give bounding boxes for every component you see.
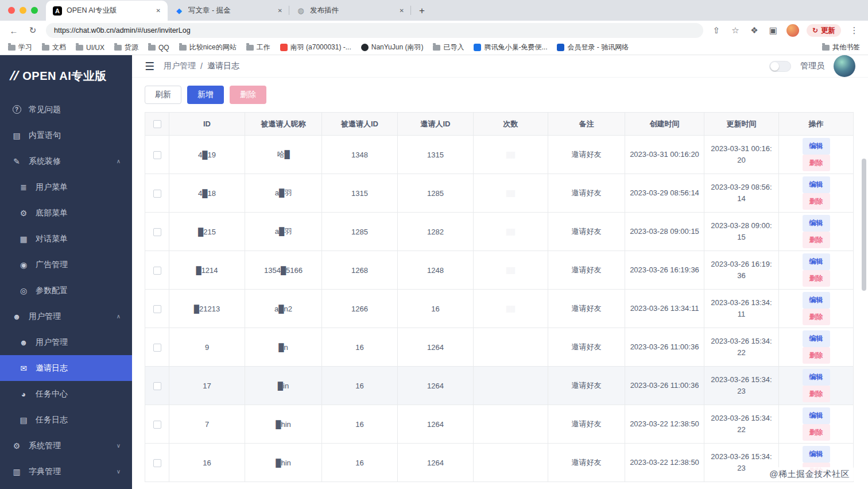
sidebar-item-常见问题[interactable]: ? 常见问题 [0,97,132,122]
new-tab-button[interactable]: + [414,3,429,18]
tab-title: 写文章 - 掘金 [188,6,272,16]
bookmark-item[interactable]: QQ [148,44,169,52]
pie-icon: ◕ [18,390,29,399]
browser-tab[interactable]: ◍ 发布插件 ✕ [289,1,411,21]
browser-tabs: A OPEN AI专业版 ✕ ◆ 写文章 - 掘金 ✕ ◍ 发布插件 ✕ [46,0,411,21]
sidebar-item-对话菜单[interactable]: ▦ 对话菜单 [0,226,132,252]
delete-button[interactable]: 删除 [803,424,830,441]
maximize-window-button[interactable] [31,7,38,14]
sidebar-item-任务管理[interactable]: ▧ 任务管理 ∨ [0,484,132,489]
sidebar-item-用户管理[interactable]: ☻ 用户管理 ∧ [0,303,132,329]
bookmark-item[interactable]: 腾讯兔小巢-免费便... [474,43,547,52]
delete-button[interactable]: 删除 [803,309,830,325]
tab-close-icon[interactable]: ✕ [155,6,162,15]
bookmark-item[interactable]: 工作 [246,43,270,52]
row-checkbox[interactable] [153,190,161,198]
row-checkbox[interactable] [153,382,161,390]
refresh-button[interactable]: 刷新 [145,86,181,104]
bookmark-item[interactable]: 会员登录 - 驰讯网络 [557,43,629,52]
sidebar-item-用户菜单[interactable]: ≣ 用户菜单 [0,174,132,200]
reload-icon[interactable]: ↻ [27,25,38,36]
gear-icon: ⚙ [18,209,29,218]
avatar[interactable] [834,55,855,77]
breadcrumb-parent[interactable]: 用户管理 [164,61,196,71]
edit-button[interactable]: 编辑 [803,215,830,232]
sidebar-item-系统装修[interactable]: ✎ 系统装修 ∧ [0,148,132,174]
bookmark-label: 比较nice的网站 [189,43,237,52]
row-checkbox[interactable] [153,267,161,275]
browser-profile-avatar[interactable] [786,24,799,37]
bookmark-item[interactable]: 比较nice的网站 [179,43,237,52]
sidebar-item-label: 用户管理 [29,311,110,322]
back-icon[interactable]: ← [8,26,20,36]
delete-button[interactable]: 删除 [803,193,830,210]
sidebar-item-用户管理[interactable]: ☻ 用户管理 [0,329,132,355]
tab-close-icon[interactable]: ✕ [398,6,405,15]
bookmark-item[interactable]: 南羽 (a7000031) -... [280,43,351,52]
bookmark-item[interactable]: 货源 [114,43,138,52]
theme-toggle[interactable] [769,61,791,72]
sidebar-item-内置语句[interactable]: ▤ 内置语句 [0,122,132,148]
edit-button[interactable]: 编辑 [803,369,830,386]
delete-button[interactable]: 删除 [803,386,830,402]
delete-button[interactable]: 删除 [803,347,830,364]
cell-created-time: 2023-03-28 09:00:15 [625,213,704,251]
sidebar-item-任务中心[interactable]: ◕ 任务中心 [0,381,132,407]
sidebar-item-字典管理[interactable]: ▥ 字典管理 ∨ [0,459,132,484]
edit-button[interactable]: 编辑 [803,253,830,270]
delete-button[interactable]: 删除 [230,86,266,104]
sidebar-item-底部菜单[interactable]: ⚙ 底部菜单 [0,200,132,226]
edit-button[interactable]: 编辑 [803,292,830,309]
edit-button[interactable]: 编辑 [803,330,830,347]
delete-button[interactable]: 删除 [803,270,830,287]
kebab-menu-icon[interactable]: ⋮ [848,25,860,36]
table-row: 9 █n 16 1264 邀请好友 2023-03-26 11:00:36 20… [145,328,854,367]
row-checkbox[interactable] [153,305,161,313]
scrollbar-thumb[interactable] [862,159,866,291]
sidebar-item-广告管理[interactable]: ◉ 广告管理 [0,252,132,278]
row-checkbox[interactable] [153,421,161,429]
vertical-scrollbar[interactable] [862,124,866,466]
app-logo[interactable]: // OPEN AI专业版 [0,55,132,97]
star-icon[interactable]: ☆ [730,25,741,36]
delete-button[interactable]: 删除 [803,232,830,248]
sidebar-item-邀请日志[interactable]: ✉ 邀请日志 [0,355,132,381]
sidebar-item-label: 对话菜单 [36,234,121,244]
update-button[interactable]: ↻ 更新 [807,24,841,37]
browser-tab[interactable]: A OPEN AI专业版 ✕ [46,1,168,21]
edit-button[interactable]: 编辑 [803,407,830,424]
row-checkbox[interactable] [153,228,161,236]
hamburger-icon[interactable]: ☰ [145,60,154,73]
sidebar-item-任务日志[interactable]: ▤ 任务日志 [0,407,132,433]
edit-button[interactable]: 编辑 [803,176,830,193]
bookmark-item[interactable]: NanYuJun (南羽) [361,43,424,52]
row-checkbox[interactable] [153,344,161,352]
bookmark-item[interactable]: 学习 [8,43,32,52]
column-header: 被邀请人ID [322,113,398,136]
bookmark-item[interactable]: 文档 [42,43,66,52]
edit-button[interactable]: 编辑 [803,138,830,155]
delete-button[interactable]: 删除 [803,155,830,171]
row-checkbox[interactable] [153,459,161,467]
column-header: 被邀请人昵称 [245,113,322,136]
row-checkbox[interactable] [153,151,161,159]
tab-close-icon[interactable]: ✕ [277,6,284,15]
panel-icon[interactable]: ▣ [768,25,779,36]
table-row: 7 █hin 16 1264 邀请好友 2023-03-22 12:38:50 … [145,405,854,444]
close-window-button[interactable] [8,7,15,14]
edit-button[interactable]: 编辑 [803,446,830,463]
column-header: 邀请人ID [398,113,474,136]
bookmark-item[interactable]: 已导入 [433,43,464,52]
address-bar[interactable]: https://chat.w0b.cn/admin/#/user/inviter… [46,23,703,38]
bookmark-item[interactable]: UI/UX [76,44,104,52]
select-all-checkbox[interactable] [153,120,161,128]
extensions-icon[interactable]: ❖ [749,25,760,36]
minimize-window-button[interactable] [20,7,26,14]
share-icon[interactable]: ⇧ [711,25,722,36]
add-button[interactable]: 新增 [187,86,224,104]
sidebar-item-参数配置[interactable]: ◎ 参数配置 [0,278,132,303]
browser-tab[interactable]: ◆ 写文章 - 掘金 ✕ [168,1,289,21]
other-bookmarks-button[interactable]: 其他书签 [822,43,860,52]
column-header-label: 次数 [503,120,518,128]
sidebar-item-系统管理[interactable]: ⚙ 系统管理 ∨ [0,433,132,459]
